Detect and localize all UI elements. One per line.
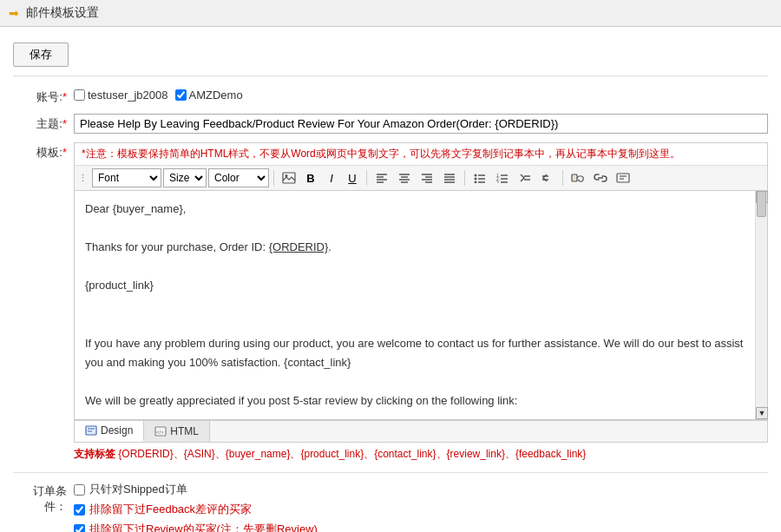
editor-tabs: Design </> HTML — [75, 420, 767, 442]
account-checkbox-testuser[interactable] — [74, 89, 85, 101]
scrollbar-down-arrow[interactable]: ▼ — [756, 407, 768, 419]
toolbar-indent-btn[interactable] — [515, 168, 535, 187]
editor-content[interactable]: Dear {buyer_name}, Thanks for your purch… — [75, 191, 755, 419]
toolbar-underline-btn[interactable]: U — [343, 168, 362, 187]
condition-item-1: 排除留下过Feedback差评的买家 — [74, 502, 768, 517]
toolbar-more-btn[interactable] — [613, 168, 633, 187]
condition-item-0: 只针对Shipped订单 — [74, 482, 768, 497]
toolbar-outdent-btn[interactable] — [537, 168, 558, 187]
condition-label-1: 排除留下过Feedback差评的买家 — [89, 502, 252, 517]
font-select[interactable]: Font Arial Times New Roman Verdana — [92, 168, 161, 187]
svg-point-22 — [475, 181, 477, 184]
template-label: 模板:* — [13, 142, 74, 161]
tab-design-label: Design — [101, 424, 133, 437]
svg-text:</>: </> — [156, 430, 164, 435]
tags-row: 支持标签 {ORDERID}、{ASIN}、{buyer_name}、{prod… — [74, 443, 768, 463]
svg-rect-37 — [617, 174, 629, 182]
tab-design[interactable]: Design — [75, 421, 144, 442]
toolbar-sep-3 — [464, 170, 465, 186]
toolbar-link-btn[interactable] — [568, 168, 588, 187]
svg-rect-0 — [283, 173, 295, 183]
color-select[interactable]: Color Black Red Blue — [208, 168, 269, 187]
toolbar-justify-btn[interactable] — [439, 168, 460, 187]
scrollbar-thumb[interactable] — [757, 191, 766, 217]
condition-label-0: 只针对Shipped订单 — [89, 482, 187, 497]
toolbar-bold-btn[interactable]: B — [301, 168, 320, 187]
condition-checkbox-0[interactable] — [74, 484, 85, 496]
condition-checkbox-2[interactable] — [74, 524, 85, 532]
template-value: *注意：模板要保持简单的HTML样式，不要从Word或网页中复制文字，可以先将文… — [74, 142, 768, 463]
tab-html[interactable]: </> HTML — [144, 421, 210, 442]
account-item-amzdemo: AMZDemo — [175, 89, 243, 102]
editor-scrollbar[interactable]: ▲ ▼ — [755, 191, 767, 419]
order-conditions-label: 订单条件： — [13, 482, 74, 515]
account-value: testuser_jb2008 AMZDemo — [74, 87, 768, 102]
toolbar-sep-4 — [562, 170, 563, 186]
account-label-testuser: testuser_jb2008 — [88, 89, 168, 102]
svg-rect-40 — [86, 426, 96, 435]
toolbar-ol-btn[interactable]: 1.2.3. — [492, 168, 513, 187]
condition-checkbox-1[interactable] — [74, 504, 85, 516]
account-label-amzdemo: AMZDemo — [189, 89, 243, 102]
svg-text:3.: 3. — [496, 180, 500, 183]
toolbar-sep-2 — [366, 170, 367, 186]
toolbar-align-left-btn[interactable] — [371, 168, 392, 187]
toolbar-italic-btn[interactable]: I — [322, 168, 341, 187]
toolbar-chain-link-btn[interactable] — [590, 168, 611, 187]
condition-label-2: 排除留下过Review的买家(注：先要删Review) — [89, 522, 318, 532]
toolbar-ul-btn[interactable] — [469, 168, 490, 187]
subject-row: 主题:* — [13, 114, 768, 134]
save-bar: 保存 — [13, 36, 768, 76]
html-tab-icon: </> — [154, 426, 167, 437]
toolbar-sep-1 — [273, 170, 274, 186]
toolbar-align-center-btn[interactable] — [394, 168, 415, 187]
tab-html-label: HTML — [170, 425, 199, 437]
order-conditions-row: 订单条件： 只针对Shipped订单 排除留下过Feedback差评的买家 排除… — [13, 482, 768, 532]
subject-label: 主题:* — [13, 114, 74, 132]
toolbar-image-btn[interactable] — [279, 168, 299, 187]
toolbar-drag-handle: ⋮ — [78, 173, 88, 184]
divider — [13, 472, 768, 473]
subject-input[interactable] — [74, 114, 768, 134]
editor-toolbar: ⋮ Font Arial Times New Roman Verdana Siz… — [75, 166, 767, 191]
page-header: ➡ 邮件模板设置 — [0, 0, 781, 27]
tags-values: {ORDERID}、{ASIN}、{buyer_name}、{product_l… — [118, 448, 586, 460]
template-row: 模板:* *注意：模板要保持简单的HTML样式，不要从Word或网页中复制文字，… — [13, 142, 768, 463]
account-row: 账号:* testuser_jb2008 AMZDemo — [13, 87, 768, 105]
condition-item-2: 排除留下过Review的买家(注：先要删Review) — [74, 522, 768, 532]
editor-note: *注意：模板要保持简单的HTML样式，不要从Word或网页中复制文字，可以先将文… — [75, 143, 767, 166]
page-content: 保存 账号:* testuser_jb2008 AMZDemo 主题:* 模 — [0, 27, 781, 532]
size-select[interactable]: Size 8 10 12 14 16 — [163, 168, 207, 187]
svg-point-20 — [475, 178, 477, 181]
design-tab-icon — [85, 425, 97, 436]
account-checkbox-amzdemo[interactable] — [175, 89, 187, 101]
svg-rect-34 — [572, 174, 577, 181]
editor-body-wrap: Dear {buyer_name}, Thanks for your purch… — [75, 191, 767, 420]
account-item-testuser: testuser_jb2008 — [74, 89, 168, 102]
svg-line-35 — [578, 180, 580, 181]
page-title: 邮件模板设置 — [26, 5, 99, 21]
editor-section: *注意：模板要保持简单的HTML样式，不要从Word或网页中复制文字，可以先将文… — [74, 142, 768, 443]
tags-label: 支持标签 — [74, 448, 115, 460]
account-label: 账号:* — [13, 87, 74, 105]
header-arrow-icon: ➡ — [9, 6, 19, 20]
save-button[interactable]: 保存 — [13, 43, 69, 67]
subject-value — [74, 114, 768, 134]
order-conditions-list: 只针对Shipped订单 排除留下过Feedback差评的买家 排除留下过Rev… — [74, 482, 768, 532]
toolbar-align-right-btn[interactable] — [417, 168, 437, 187]
svg-point-18 — [475, 174, 477, 177]
